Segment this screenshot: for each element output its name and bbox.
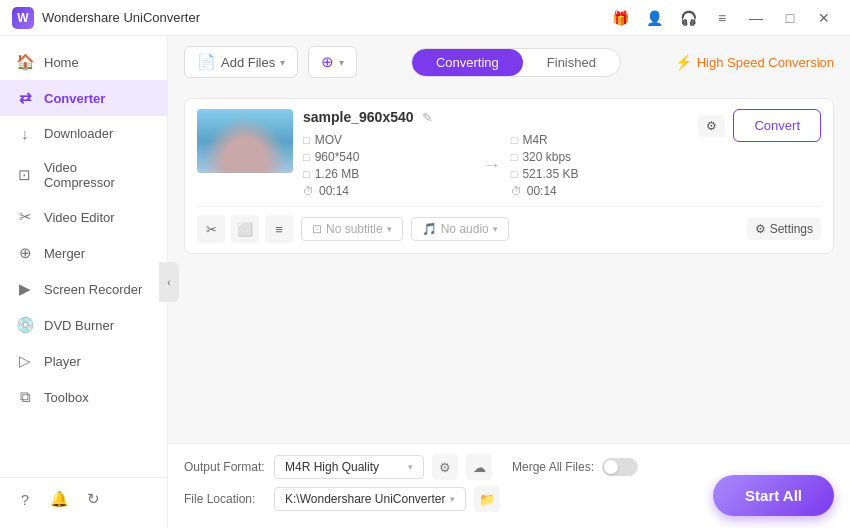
adjust-icon-btn[interactable]: ≡ xyxy=(265,215,293,243)
sidebar-item-home-label: Home xyxy=(44,55,79,70)
source-resolution-row: □ 960*540 xyxy=(303,150,473,164)
target-bitrate-row: □ 320 kbps xyxy=(511,150,681,164)
audio-select[interactable]: 🎵 No audio ▾ xyxy=(411,217,509,241)
audio-icon: 🎵 xyxy=(422,222,437,236)
sidebar-item-video-editor[interactable]: ✂ Video Editor xyxy=(0,199,167,235)
sidebar-collapse-button[interactable]: ‹ xyxy=(159,262,179,302)
target-duration-icon: ⏱ xyxy=(511,185,522,197)
titlebar-left: W Wondershare UniConverter xyxy=(12,7,200,29)
player-icon: ▷ xyxy=(16,352,34,370)
file-location-value: K:\Wondershare UniConverter xyxy=(285,492,446,506)
screen-recorder-icon: ▶ xyxy=(16,280,34,298)
minimize-button[interactable]: — xyxy=(742,4,770,32)
sidebar: 🏠 Home ⇄ Converter ↓ Downloader ⊡ Video … xyxy=(0,36,168,528)
source-duration-row: ⏱ 00:14 xyxy=(303,184,473,198)
merger-icon: ⊕ xyxy=(16,244,34,262)
sidebar-item-player-label: Player xyxy=(44,354,81,369)
file-meta: □ MOV □ 960*540 □ 1.26 MB xyxy=(303,133,680,198)
target-size: 521.35 KB xyxy=(522,167,578,181)
app-title: Wondershare UniConverter xyxy=(42,10,200,25)
sidebar-item-screen-recorder[interactable]: ▶ Screen Recorder xyxy=(0,271,167,307)
high-speed-conversion[interactable]: ⚡ High Speed Conversion xyxy=(675,54,834,70)
sidebar-item-downloader[interactable]: ↓ Downloader xyxy=(0,116,167,151)
maximize-button[interactable]: □ xyxy=(776,4,804,32)
edit-name-icon[interactable]: ✎ xyxy=(422,110,433,125)
sidebar-item-converter-label: Converter xyxy=(44,91,105,106)
subtitle-value: No subtitle xyxy=(326,222,383,236)
menu-icon[interactable]: ≡ xyxy=(708,4,736,32)
help-icon[interactable]: ? xyxy=(16,491,34,508)
settings-group-icon: ⚙ xyxy=(706,119,717,133)
sidebar-item-video-editor-label: Video Editor xyxy=(44,210,115,225)
source-resolution: 960*540 xyxy=(315,150,360,164)
add-files-icon: 📄 xyxy=(197,53,216,71)
sidebar-item-home[interactable]: 🏠 Home xyxy=(0,44,167,80)
user-icon[interactable]: 👤 xyxy=(640,4,668,32)
output-format-select[interactable]: M4R High Quality ▾ xyxy=(274,455,424,479)
conversion-arrow: → xyxy=(477,155,507,176)
target-size-row: □ 521.35 KB xyxy=(511,167,681,181)
gift-icon[interactable]: 🎁 xyxy=(606,4,634,32)
file-list-area: sample_960x540 ✎ □ MOV □ xyxy=(168,88,850,443)
format-cloud-icon-btn[interactable]: ☁ xyxy=(466,454,492,480)
toggle-knob xyxy=(604,460,618,474)
high-speed-label: High Speed Conversion xyxy=(697,55,834,70)
top-toolbar: 📄 Add Files ▾ ⊕ ▾ Converting Finished ⚡ … xyxy=(168,36,850,88)
start-all-button[interactable]: Start All xyxy=(713,475,834,516)
tab-switcher: Converting Finished xyxy=(411,48,621,77)
crop-icon-btn[interactable]: ⬜ xyxy=(231,215,259,243)
convert-button[interactable]: Convert xyxy=(733,109,821,142)
target-bitrate: 320 kbps xyxy=(522,150,571,164)
file-location-select[interactable]: K:\Wondershare UniConverter ▾ xyxy=(274,487,466,511)
add-shortcut-chevron-icon: ▾ xyxy=(339,57,344,68)
format-settings-icon-btn[interactable]: ⚙ xyxy=(432,454,458,480)
open-folder-button[interactable]: 📁 xyxy=(474,486,500,512)
audio-chevron-icon: ▾ xyxy=(493,224,498,234)
tab-finished[interactable]: Finished xyxy=(523,49,620,76)
headset-icon[interactable]: 🎧 xyxy=(674,4,702,32)
refresh-icon[interactable]: ↻ xyxy=(84,490,102,508)
content-area: 📄 Add Files ▾ ⊕ ▾ Converting Finished ⚡ … xyxy=(168,36,850,528)
subtitle-select[interactable]: ⊡ No subtitle ▾ xyxy=(301,217,403,241)
file-location-label: File Location: xyxy=(184,492,274,506)
file-action-icons: ✂ ⬜ ≡ xyxy=(197,215,293,243)
tab-converting[interactable]: Converting xyxy=(412,49,523,76)
sidebar-bottom: ? 🔔 ↻ xyxy=(0,477,167,520)
settings-gear-icon: ⚙ xyxy=(755,222,766,236)
audio-value: No audio xyxy=(441,222,489,236)
file-name-row: sample_960x540 ✎ xyxy=(303,109,680,125)
settings-button[interactable]: ⚙ Settings xyxy=(747,218,821,240)
sidebar-item-dvd-burner-label: DVD Burner xyxy=(44,318,114,333)
file-card: sample_960x540 ✎ □ MOV □ xyxy=(184,98,834,254)
sidebar-item-screen-recorder-label: Screen Recorder xyxy=(44,282,142,297)
close-button[interactable]: ✕ xyxy=(810,4,838,32)
sidebar-item-converter[interactable]: ⇄ Converter xyxy=(0,80,167,116)
cut-icon-btn[interactable]: ✂ xyxy=(197,215,225,243)
target-info: □ M4R □ 320 kbps □ 521.35 KB xyxy=(511,133,681,198)
merge-toggle[interactable] xyxy=(602,458,638,476)
converter-icon: ⇄ xyxy=(16,89,34,107)
sidebar-item-player[interactable]: ▷ Player xyxy=(0,343,167,379)
target-duration: 00:14 xyxy=(527,184,557,198)
toolbar-left: 📄 Add Files ▾ ⊕ ▾ xyxy=(184,46,357,78)
target-format-icon: □ xyxy=(511,134,518,146)
sidebar-item-toolbox[interactable]: ⧉ Toolbox xyxy=(0,379,167,415)
sidebar-item-dvd-burner[interactable]: 💿 DVD Burner xyxy=(0,307,167,343)
source-duration: 00:14 xyxy=(319,184,349,198)
output-format-value: M4R High Quality xyxy=(285,460,379,474)
sidebar-item-downloader-label: Downloader xyxy=(44,126,113,141)
video-compressor-icon: ⊡ xyxy=(16,166,34,184)
titlebar: W Wondershare UniConverter 🎁 👤 🎧 ≡ — □ ✕ xyxy=(0,0,850,36)
subtitle-icon: ⊡ xyxy=(312,222,322,236)
notification-icon[interactable]: 🔔 xyxy=(50,490,68,508)
file-info: sample_960x540 ✎ □ MOV □ xyxy=(303,109,680,198)
sidebar-item-video-compressor-label: Video Compressor xyxy=(44,160,151,190)
settings-group-icon-btn[interactable]: ⚙ xyxy=(698,115,725,137)
add-files-button[interactable]: 📄 Add Files ▾ xyxy=(184,46,298,78)
bottom-bar-wrapper: Output Format: M4R High Quality ▾ ⚙ ☁ Me… xyxy=(168,443,850,528)
sidebar-item-video-compressor[interactable]: ⊡ Video Compressor xyxy=(0,151,167,199)
subtitle-chevron-icon: ▾ xyxy=(387,224,392,234)
file-thumbnail xyxy=(197,109,293,173)
sidebar-item-merger[interactable]: ⊕ Merger xyxy=(0,235,167,271)
add-shortcut-button[interactable]: ⊕ ▾ xyxy=(308,46,357,78)
